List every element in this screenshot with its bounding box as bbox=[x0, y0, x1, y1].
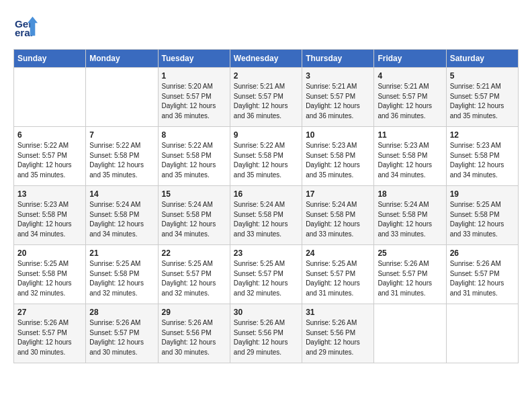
day-number: 1 bbox=[162, 71, 226, 81]
day-info: Sunrise: 5:21 AM Sunset: 5:57 PM Dayligh… bbox=[234, 82, 298, 121]
calendar-cell: 4Sunrise: 5:21 AM Sunset: 5:57 PM Daylig… bbox=[374, 68, 446, 127]
calendar-table: SundayMondayTuesdayWednesdayThursdayFrid… bbox=[13, 49, 519, 363]
day-info: Sunrise: 5:23 AM Sunset: 5:58 PM Dayligh… bbox=[306, 141, 370, 180]
day-number: 25 bbox=[378, 248, 442, 258]
calendar-cell: 15Sunrise: 5:24 AM Sunset: 5:58 PM Dayli… bbox=[158, 186, 230, 245]
calendar-cell: 6Sunrise: 5:22 AM Sunset: 5:57 PM Daylig… bbox=[14, 127, 86, 186]
day-number: 18 bbox=[378, 189, 442, 199]
calendar-cell: 27Sunrise: 5:26 AM Sunset: 5:57 PM Dayli… bbox=[14, 304, 86, 363]
weekday-header: Friday bbox=[374, 50, 446, 68]
day-info: Sunrise: 5:26 AM Sunset: 5:57 PM Dayligh… bbox=[17, 318, 82, 357]
calendar-cell: 17Sunrise: 5:24 AM Sunset: 5:58 PM Dayli… bbox=[302, 186, 374, 245]
day-info: Sunrise: 5:24 AM Sunset: 5:58 PM Dayligh… bbox=[378, 200, 442, 239]
calendar-week-row: 20Sunrise: 5:25 AM Sunset: 5:58 PM Dayli… bbox=[14, 245, 519, 304]
day-info: Sunrise: 5:25 AM Sunset: 5:57 PM Dayligh… bbox=[234, 259, 298, 298]
day-number: 10 bbox=[306, 130, 370, 140]
calendar-cell: 29Sunrise: 5:26 AM Sunset: 5:56 PM Dayli… bbox=[158, 304, 230, 363]
day-info: Sunrise: 5:22 AM Sunset: 5:57 PM Dayligh… bbox=[17, 141, 82, 180]
day-info: Sunrise: 5:25 AM Sunset: 5:58 PM Dayligh… bbox=[450, 200, 515, 239]
calendar-cell: 9Sunrise: 5:22 AM Sunset: 5:58 PM Daylig… bbox=[230, 127, 302, 186]
day-info: Sunrise: 5:22 AM Sunset: 5:58 PM Dayligh… bbox=[234, 141, 298, 180]
calendar-cell: 2Sunrise: 5:21 AM Sunset: 5:57 PM Daylig… bbox=[230, 68, 302, 127]
calendar-cell: 1Sunrise: 5:20 AM Sunset: 5:57 PM Daylig… bbox=[158, 68, 230, 127]
day-number: 22 bbox=[162, 248, 226, 258]
calendar-cell: 23Sunrise: 5:25 AM Sunset: 5:57 PM Dayli… bbox=[230, 245, 302, 304]
day-number: 5 bbox=[450, 71, 515, 81]
calendar-cell: 24Sunrise: 5:25 AM Sunset: 5:57 PM Dayli… bbox=[302, 245, 374, 304]
calendar-cell: 5Sunrise: 5:21 AM Sunset: 5:57 PM Daylig… bbox=[446, 68, 518, 127]
day-info: Sunrise: 5:26 AM Sunset: 5:56 PM Dayligh… bbox=[306, 318, 370, 357]
calendar-week-row: 1Sunrise: 5:20 AM Sunset: 5:57 PM Daylig… bbox=[14, 68, 519, 127]
calendar-cell bbox=[86, 68, 158, 127]
calendar-cell: 18Sunrise: 5:24 AM Sunset: 5:58 PM Dayli… bbox=[374, 186, 446, 245]
day-info: Sunrise: 5:26 AM Sunset: 5:57 PM Dayligh… bbox=[89, 318, 154, 357]
day-info: Sunrise: 5:20 AM Sunset: 5:57 PM Dayligh… bbox=[162, 82, 226, 121]
header-row: SundayMondayTuesdayWednesdayThursdayFrid… bbox=[14, 50, 519, 68]
weekday-header: Monday bbox=[86, 50, 158, 68]
calendar-cell bbox=[446, 304, 518, 363]
day-info: Sunrise: 5:23 AM Sunset: 5:58 PM Dayligh… bbox=[450, 141, 515, 180]
day-number: 11 bbox=[378, 130, 442, 140]
day-number: 31 bbox=[306, 308, 370, 317]
day-info: Sunrise: 5:23 AM Sunset: 5:58 PM Dayligh… bbox=[378, 141, 442, 180]
day-number: 3 bbox=[306, 71, 370, 81]
day-number: 12 bbox=[450, 130, 515, 140]
calendar-week-row: 13Sunrise: 5:23 AM Sunset: 5:58 PM Dayli… bbox=[14, 186, 519, 245]
calendar-cell: 12Sunrise: 5:23 AM Sunset: 5:58 PM Dayli… bbox=[446, 127, 518, 186]
day-info: Sunrise: 5:22 AM Sunset: 5:58 PM Dayligh… bbox=[89, 141, 154, 180]
calendar-cell: 31Sunrise: 5:26 AM Sunset: 5:56 PM Dayli… bbox=[302, 304, 374, 363]
calendar-cell bbox=[374, 304, 446, 363]
day-number: 20 bbox=[17, 248, 82, 258]
calendar-cell: 22Sunrise: 5:25 AM Sunset: 5:57 PM Dayli… bbox=[158, 245, 230, 304]
weekday-header: Tuesday bbox=[158, 50, 230, 68]
day-info: Sunrise: 5:24 AM Sunset: 5:58 PM Dayligh… bbox=[162, 200, 226, 239]
day-number: 30 bbox=[234, 308, 298, 317]
day-number: 23 bbox=[234, 248, 298, 258]
day-number: 14 bbox=[89, 189, 154, 199]
day-number: 7 bbox=[89, 130, 154, 140]
day-info: Sunrise: 5:25 AM Sunset: 5:57 PM Dayligh… bbox=[306, 259, 370, 298]
calendar-cell: 20Sunrise: 5:25 AM Sunset: 5:58 PM Dayli… bbox=[14, 245, 86, 304]
day-info: Sunrise: 5:21 AM Sunset: 5:57 PM Dayligh… bbox=[450, 82, 515, 121]
weekday-header: Thursday bbox=[302, 50, 374, 68]
weekday-header: Saturday bbox=[446, 50, 518, 68]
calendar-cell: 19Sunrise: 5:25 AM Sunset: 5:58 PM Dayli… bbox=[446, 186, 518, 245]
calendar-cell: 25Sunrise: 5:26 AM Sunset: 5:57 PM Dayli… bbox=[374, 245, 446, 304]
calendar-cell: 11Sunrise: 5:23 AM Sunset: 5:58 PM Dayli… bbox=[374, 127, 446, 186]
calendar-cell: 21Sunrise: 5:25 AM Sunset: 5:58 PM Dayli… bbox=[86, 245, 158, 304]
day-info: Sunrise: 5:21 AM Sunset: 5:57 PM Dayligh… bbox=[306, 82, 370, 121]
calendar-cell: 7Sunrise: 5:22 AM Sunset: 5:58 PM Daylig… bbox=[86, 127, 158, 186]
day-number: 17 bbox=[306, 189, 370, 199]
calendar-week-row: 27Sunrise: 5:26 AM Sunset: 5:57 PM Dayli… bbox=[14, 304, 519, 363]
day-info: Sunrise: 5:24 AM Sunset: 5:58 PM Dayligh… bbox=[234, 200, 298, 239]
calendar-cell: 28Sunrise: 5:26 AM Sunset: 5:57 PM Dayli… bbox=[86, 304, 158, 363]
calendar-cell: 26Sunrise: 5:26 AM Sunset: 5:57 PM Dayli… bbox=[446, 245, 518, 304]
day-info: Sunrise: 5:21 AM Sunset: 5:57 PM Dayligh… bbox=[378, 82, 442, 121]
weekday-header: Wednesday bbox=[230, 50, 302, 68]
day-number: 2 bbox=[234, 71, 298, 81]
day-info: Sunrise: 5:26 AM Sunset: 5:56 PM Dayligh… bbox=[162, 318, 226, 357]
day-number: 4 bbox=[378, 71, 442, 81]
day-number: 26 bbox=[450, 248, 515, 258]
day-number: 29 bbox=[162, 308, 226, 317]
weekday-header: Sunday bbox=[14, 50, 86, 68]
calendar-cell: 10Sunrise: 5:23 AM Sunset: 5:58 PM Dayli… bbox=[302, 127, 374, 186]
day-number: 24 bbox=[306, 248, 370, 258]
day-info: Sunrise: 5:25 AM Sunset: 5:58 PM Dayligh… bbox=[89, 259, 154, 298]
day-number: 15 bbox=[162, 189, 226, 199]
day-number: 9 bbox=[234, 130, 298, 140]
calendar-cell: 30Sunrise: 5:26 AM Sunset: 5:56 PM Dayli… bbox=[230, 304, 302, 363]
day-number: 19 bbox=[450, 189, 515, 199]
day-number: 6 bbox=[17, 130, 82, 140]
day-number: 28 bbox=[89, 308, 154, 317]
day-info: Sunrise: 5:25 AM Sunset: 5:57 PM Dayligh… bbox=[162, 259, 226, 298]
calendar-cell: 8Sunrise: 5:22 AM Sunset: 5:58 PM Daylig… bbox=[158, 127, 230, 186]
day-info: Sunrise: 5:22 AM Sunset: 5:58 PM Dayligh… bbox=[162, 141, 226, 180]
day-number: 21 bbox=[89, 248, 154, 258]
day-number: 13 bbox=[17, 189, 82, 199]
day-info: Sunrise: 5:23 AM Sunset: 5:58 PM Dayligh… bbox=[17, 200, 82, 239]
logo: Gen eral bbox=[13, 13, 42, 39]
day-info: Sunrise: 5:24 AM Sunset: 5:58 PM Dayligh… bbox=[306, 200, 370, 239]
calendar-cell bbox=[14, 68, 86, 127]
calendar-cell: 3Sunrise: 5:21 AM Sunset: 5:57 PM Daylig… bbox=[302, 68, 374, 127]
